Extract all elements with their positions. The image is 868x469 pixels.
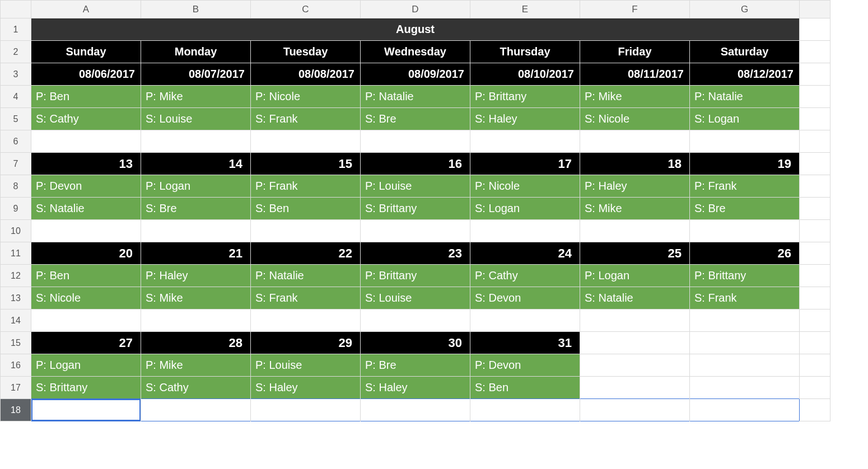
cell-D10[interactable] bbox=[361, 220, 470, 242]
cell-blank[interactable] bbox=[800, 287, 830, 309]
cell-blank[interactable] bbox=[800, 332, 830, 354]
row-header-1[interactable]: 1 bbox=[1, 18, 31, 41]
cell-A6[interactable] bbox=[31, 130, 141, 152]
cell-A10[interactable] bbox=[31, 220, 141, 242]
cell-B6[interactable] bbox=[141, 130, 250, 152]
cell-D2[interactable]: Wednesday bbox=[361, 41, 470, 63]
cell-blank[interactable] bbox=[800, 242, 830, 264]
cell-G11[interactable]: 26 bbox=[690, 242, 799, 264]
cell-B11[interactable]: 21 bbox=[141, 242, 250, 264]
row-header-7[interactable]: 7 bbox=[1, 153, 31, 175]
col-header-B[interactable]: B bbox=[141, 1, 251, 18]
cell-F14[interactable] bbox=[580, 309, 689, 331]
cell-G5[interactable]: S: Logan bbox=[690, 108, 799, 130]
cell-G6[interactable] bbox=[690, 130, 799, 152]
cell-F4[interactable]: P: Mike bbox=[580, 86, 689, 107]
cell-E16[interactable]: P: Devon bbox=[470, 354, 580, 376]
cell-A18[interactable] bbox=[31, 399, 141, 421]
cell-D18[interactable] bbox=[361, 399, 470, 421]
cell-B4[interactable]: P: Mike bbox=[141, 86, 250, 107]
cell-A16[interactable]: P: Logan bbox=[31, 354, 141, 376]
cell-G7[interactable]: 19 bbox=[690, 153, 799, 175]
cell-D16[interactable]: P: Bre bbox=[361, 354, 470, 376]
cell-G16[interactable] bbox=[690, 354, 799, 376]
cell-E8[interactable]: P: Nicole bbox=[470, 175, 580, 197]
cell-F13[interactable]: S: Natalie bbox=[580, 287, 689, 309]
cell-blank[interactable] bbox=[800, 198, 830, 219]
cell-blank[interactable] bbox=[800, 63, 830, 85]
cell-B3[interactable]: 08/07/2017 bbox=[141, 63, 250, 85]
cell-blank[interactable] bbox=[800, 377, 830, 398]
cell-A8[interactable]: P: Devon bbox=[31, 175, 141, 197]
cell-C4[interactable]: P: Nicole bbox=[251, 86, 360, 107]
cell-A4[interactable]: P: Ben bbox=[31, 86, 141, 107]
cell-E13[interactable]: S: Devon bbox=[470, 287, 580, 309]
cell-C18[interactable] bbox=[251, 399, 360, 421]
spreadsheet-viewport[interactable]: A B C D E F G 1August2SundayMondayTuesda… bbox=[0, 0, 868, 421]
cell-B14[interactable] bbox=[141, 309, 250, 331]
cell-D12[interactable]: P: Brittany bbox=[361, 265, 470, 287]
cell-blank[interactable] bbox=[800, 86, 830, 107]
cell-F8[interactable]: P: Haley bbox=[580, 175, 689, 197]
row-header-14[interactable]: 14 bbox=[1, 309, 31, 332]
cell-D8[interactable]: P: Louise bbox=[361, 175, 470, 197]
cell-G15[interactable] bbox=[690, 332, 799, 354]
cell-D5[interactable]: S: Bre bbox=[361, 108, 470, 130]
cell-A7[interactable]: 13 bbox=[31, 153, 141, 175]
month-title[interactable]: August bbox=[31, 18, 799, 40]
cell-A15[interactable]: 27 bbox=[31, 332, 141, 354]
cell-C13[interactable]: S: Frank bbox=[251, 287, 360, 309]
cell-E9[interactable]: S: Logan bbox=[470, 198, 580, 219]
row-header-13[interactable]: 13 bbox=[1, 287, 31, 309]
cell-A12[interactable]: P: Ben bbox=[31, 265, 141, 287]
cell-B9[interactable]: S: Bre bbox=[141, 198, 250, 219]
cell-C17[interactable]: S: Haley bbox=[251, 377, 360, 398]
col-header-D[interactable]: D bbox=[361, 1, 470, 18]
cell-D17[interactable]: S: Haley bbox=[361, 377, 470, 398]
cell-G18[interactable] bbox=[690, 399, 799, 421]
cell-A17[interactable]: S: Brittany bbox=[31, 377, 141, 398]
cell-D14[interactable] bbox=[361, 309, 470, 331]
cell-G12[interactable]: P: Brittany bbox=[690, 265, 799, 287]
cell-F2[interactable]: Friday bbox=[580, 41, 689, 63]
col-header-G[interactable]: G bbox=[690, 1, 800, 18]
cell-C16[interactable]: P: Louise bbox=[251, 354, 360, 376]
cell-blank[interactable] bbox=[800, 265, 830, 287]
cell-C14[interactable] bbox=[251, 309, 360, 331]
cell-B13[interactable]: S: Mike bbox=[141, 287, 250, 309]
cell-D6[interactable] bbox=[361, 130, 470, 152]
cell-E7[interactable]: 17 bbox=[470, 153, 580, 175]
cell-A14[interactable] bbox=[31, 309, 141, 331]
cell-A5[interactable]: S: Cathy bbox=[31, 108, 141, 130]
row-header-15[interactable]: 15 bbox=[1, 332, 31, 354]
cell-G13[interactable]: S: Frank bbox=[690, 287, 799, 309]
cell-F9[interactable]: S: Mike bbox=[580, 198, 689, 219]
cell-blank[interactable] bbox=[800, 153, 830, 175]
cell-F3[interactable]: 08/11/2017 bbox=[580, 63, 689, 85]
cell-E10[interactable] bbox=[470, 220, 580, 242]
cell-E18[interactable] bbox=[470, 399, 580, 421]
cell-E11[interactable]: 24 bbox=[470, 242, 580, 264]
cell-blank[interactable] bbox=[800, 130, 830, 152]
row-header-3[interactable]: 3 bbox=[1, 63, 31, 86]
row-header-11[interactable]: 11 bbox=[1, 242, 31, 265]
row-header-12[interactable]: 12 bbox=[1, 265, 31, 287]
cell-F18[interactable] bbox=[580, 399, 689, 421]
cell-A3[interactable]: 08/06/2017 bbox=[31, 63, 141, 85]
cell-B8[interactable]: P: Logan bbox=[141, 175, 250, 197]
cell-C7[interactable]: 15 bbox=[251, 153, 360, 175]
row-header-6[interactable]: 6 bbox=[1, 130, 31, 153]
cell-blank[interactable] bbox=[800, 41, 830, 63]
cell-F15[interactable] bbox=[580, 332, 689, 354]
cell-C12[interactable]: P: Natalie bbox=[251, 265, 360, 287]
cell-G8[interactable]: P: Frank bbox=[690, 175, 799, 197]
cell-E15[interactable]: 31 bbox=[470, 332, 580, 354]
cell-C5[interactable]: S: Frank bbox=[251, 108, 360, 130]
cell-B5[interactable]: S: Louise bbox=[141, 108, 250, 130]
col-header-E[interactable]: E bbox=[470, 1, 580, 18]
cell-blank[interactable] bbox=[800, 220, 830, 242]
row-header-4[interactable]: 4 bbox=[1, 86, 31, 108]
cell-blank[interactable] bbox=[800, 175, 830, 197]
cell-F6[interactable] bbox=[580, 130, 689, 152]
cell-F7[interactable]: 18 bbox=[580, 153, 689, 175]
